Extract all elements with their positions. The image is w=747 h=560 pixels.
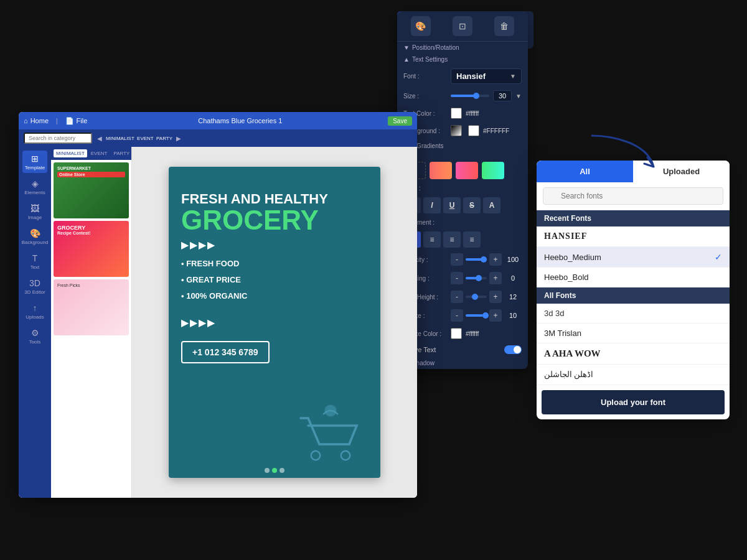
toolbar-nav-prev[interactable]: ◀ <box>97 135 102 142</box>
template-tab-event[interactable]: EVENT <box>88 149 110 157</box>
sidebar-item-elements[interactable]: ◈ Elements <box>22 175 47 198</box>
stroke-plus-btn[interactable]: + <box>489 309 502 322</box>
sidebar-item-template[interactable]: ⊞ Template <box>22 151 47 173</box>
text-icon: T <box>32 253 38 263</box>
background-icon: 🎨 <box>30 228 40 238</box>
sidebar-uploads-label: Uploads <box>26 314 44 320</box>
save-btn[interactable]: Save <box>388 116 412 126</box>
template-1-title: SUPERMARKET <box>57 166 125 170</box>
stroke-color-box[interactable] <box>451 328 462 339</box>
poster-bullets: • FRESH FOOD • GREAT PRICE • 100% ORGANI… <box>181 256 368 304</box>
spacing-minus-btn[interactable]: - <box>451 272 463 284</box>
strikethrough-btn[interactable]: S <box>463 197 481 213</box>
size-slider-thumb <box>473 93 479 99</box>
poster[interactable]: FRESH AND HEALTHY GROCERY ▶▶▶▶ • FRESH F… <box>169 167 380 478</box>
template-3-title: Fresh Picks <box>57 283 125 287</box>
stroke-color-value: #ffffff <box>466 330 479 337</box>
poster-phone: +1 012 345 6789 <box>181 341 270 363</box>
template-tab-minimalist[interactable]: MINIMALIST <box>54 149 87 157</box>
align-center-btn[interactable]: ≡ <box>423 231 441 248</box>
font-item-heebo-bold[interactable]: Heebo_Bold <box>537 268 730 287</box>
template-filter-tabs: MINIMALIST EVENT PARTY <box>51 147 131 160</box>
lh-minus-btn[interactable]: - <box>451 291 463 303</box>
upload-font-btn[interactable]: Upload your font <box>542 390 725 414</box>
sidebar-item-3deditor[interactable]: 3D 3D Editor <box>22 275 47 297</box>
trash-btn[interactable]: 🗑 <box>494 16 514 36</box>
gradient-swatch-3[interactable] <box>482 162 504 179</box>
template-card-2[interactable]: GROCERY Recipe Contest! <box>54 221 129 277</box>
template-tab-party[interactable]: PARTY <box>111 149 132 157</box>
toolbar-search-input[interactable] <box>24 133 92 144</box>
background-pattern-box[interactable] <box>451 125 462 136</box>
sidebar-item-text[interactable]: T Text <box>22 250 47 273</box>
size-value: 30 <box>493 90 512 101</box>
curve-text-label: Curve Text <box>403 346 500 353</box>
font-selector[interactable]: Hansief ▼ <box>451 68 522 84</box>
font-search-input[interactable] <box>543 187 723 205</box>
template-card-1[interactable]: SUPERMARKET Online Store <box>54 162 129 218</box>
background-color-box[interactable] <box>468 125 479 136</box>
file-btn[interactable]: 📄 File <box>65 117 88 125</box>
sidebar-image-label: Image <box>28 215 42 220</box>
poster-dots <box>265 468 284 473</box>
stroke-slider[interactable] <box>466 314 487 317</box>
opacity-plus-btn[interactable]: + <box>489 253 502 266</box>
sidebar-bg-label: Background <box>22 240 49 245</box>
opacity-minus-btn[interactable]: - <box>451 253 463 266</box>
sidebar-item-image[interactable]: 🖼 Image <box>22 200 47 223</box>
stroke-color-control[interactable]: #ffffff <box>451 328 479 339</box>
spacing-value: 0 <box>504 274 522 282</box>
sidebar-item-uploads[interactable]: ↑ Uploads <box>22 300 47 322</box>
opacity-slider[interactable] <box>466 258 487 261</box>
align-right-btn[interactable]: ≡ <box>443 231 461 248</box>
background-control[interactable]: #FFFFFF <box>451 125 509 136</box>
copy-btn[interactable]: ⊡ <box>453 16 472 36</box>
text-color-box[interactable] <box>451 108 462 119</box>
size-dropdown-icon[interactable]: ▼ <box>515 93 522 100</box>
hansief-label: HANSIEF <box>544 231 587 241</box>
uppercase-btn[interactable]: A <box>483 197 500 213</box>
spacing-plus-btn[interactable]: + <box>489 272 502 284</box>
underline-btn[interactable]: U <box>443 197 461 213</box>
italic-btn[interactable]: I <box>423 197 441 213</box>
align-justify-btn[interactable]: ≡ <box>463 231 481 248</box>
heebo-medium-label: Heebo_Medium <box>544 253 601 262</box>
font-item-3d[interactable]: 3d 3d <box>537 304 730 324</box>
bullet-3: • 100% ORGANIC <box>181 288 368 304</box>
stroke-thumb <box>482 312 489 319</box>
text-color-control[interactable]: #ffffff <box>451 108 479 119</box>
gradient-swatch-1[interactable] <box>430 162 452 179</box>
lh-slider[interactable] <box>466 296 487 298</box>
editor-titlebar: ⌂ Home | 📄 File Chathams Blue Groceries … <box>19 112 417 129</box>
bullet-1: • FRESH FOOD <box>181 256 368 272</box>
font-item-heebo-medium[interactable]: Heebo_Medium ✓ <box>537 247 730 268</box>
font-picker-panel: All Uploaded 🔍 Recent Fonts HANSIEF Heeb… <box>537 161 730 419</box>
dot-3 <box>280 468 284 473</box>
size-slider[interactable] <box>451 95 489 97</box>
poster-arrows: ▶▶▶▶ <box>181 239 368 251</box>
expand-icon: ▲ <box>403 56 410 63</box>
font-item-hansief[interactable]: HANSIEF <box>537 226 730 247</box>
sidebar-item-background[interactable]: 🎨 Background <box>22 225 47 248</box>
lh-plus-btn[interactable]: + <box>489 291 502 303</box>
curve-text-toggle[interactable] <box>504 345 522 354</box>
sidebar-item-tools[interactable]: ⚙ Tools <box>22 325 47 347</box>
poster-cart-illustration <box>293 403 368 465</box>
spacing-slider[interactable] <box>466 277 487 279</box>
stroke-minus-btn[interactable]: - <box>451 309 463 322</box>
font-value: Hansief <box>456 72 486 81</box>
project-name: Chathams Blue Groceries 1 <box>100 117 380 124</box>
home-btn[interactable]: ⌂ Home <box>24 117 49 124</box>
template-card-3[interactable]: Fresh Picks <box>54 279 129 335</box>
svg-point-1 <box>341 451 350 460</box>
font-item-arabic[interactable]: اڈھلن الجاشلن <box>537 365 730 385</box>
font-item-3m-trislan[interactable]: 3M Trislan <box>537 324 730 343</box>
gradient-swatch-2[interactable] <box>456 162 478 179</box>
file-label: File <box>77 117 88 124</box>
toolbar-nav-next[interactable]: ▶ <box>176 135 181 142</box>
font-item-aha-wow[interactable]: A AHA WOW <box>537 343 730 365</box>
svg-point-0 <box>311 451 320 460</box>
bullet-2: • GREAT PRICE <box>181 272 368 288</box>
template-panel: MINIMALIST EVENT PARTY SUPERMARKET Onlin… <box>51 147 132 498</box>
paint-bucket-btn[interactable]: 🎨 <box>411 16 431 36</box>
